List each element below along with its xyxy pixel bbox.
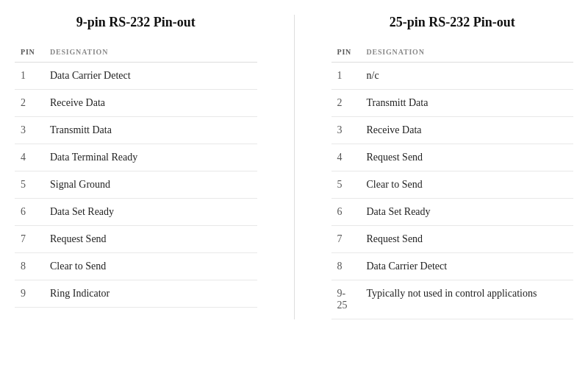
designation-cell: Transmitt Data (44, 117, 257, 144)
nine-pin-table: PIN DESIGNATION 1 Data Carrier Detect 2 … (15, 43, 257, 308)
table-row: 2 Transmitt Data (331, 90, 574, 117)
table-row: 4 Data Terminal Ready (15, 144, 257, 171)
twentyfive-pin-col-pin: PIN (331, 43, 361, 63)
pin-cell: 3 (331, 117, 361, 144)
table-row: 4 Request Send (331, 144, 574, 171)
twentyfive-pin-section: 25-pin RS-232 Pin-out PIN DESIGNATION 1 … (331, 15, 574, 319)
table-row: 3 Transmitt Data (15, 117, 257, 144)
table-row: 7 Request Send (15, 226, 257, 253)
table-row: 7 Request Send (331, 226, 574, 253)
twentyfive-pin-title: 25-pin RS-232 Pin-out (331, 15, 574, 30)
pin-cell: 4 (15, 144, 44, 171)
nine-pin-header-row: PIN DESIGNATION (15, 43, 257, 63)
table-row: 2 Receive Data (15, 90, 257, 117)
designation-cell: Data Set Ready (44, 199, 257, 226)
designation-cell: Data Carrier Detect (44, 63, 257, 90)
pin-cell: 9 (15, 280, 44, 308)
pin-cell: 5 (331, 171, 361, 199)
table-row: 6 Data Set Ready (331, 199, 574, 226)
nine-pin-col-designation: DESIGNATION (44, 43, 257, 63)
page-container: 9-pin RS-232 Pin-out PIN DESIGNATION 1 D… (15, 15, 573, 319)
designation-cell: Data Carrier Detect (361, 253, 574, 280)
designation-cell: Clear to Send (361, 171, 574, 199)
table-row: 9 Ring Indicator (15, 280, 257, 308)
table-row: 1 Data Carrier Detect (15, 63, 257, 90)
table-row: 1 n/c (331, 63, 574, 90)
pin-cell: 5 (15, 171, 44, 199)
pin-cell: 6 (331, 199, 361, 226)
table-row: 5 Signal Ground (15, 171, 257, 199)
designation-cell: Request Send (361, 226, 574, 253)
table-row: 6 Data Set Ready (15, 199, 257, 226)
pin-cell: 7 (331, 226, 361, 253)
vertical-divider (294, 15, 295, 319)
table-row: 5 Clear to Send (331, 171, 574, 199)
table-row: 3 Receive Data (331, 117, 574, 144)
designation-cell: Data Terminal Ready (44, 144, 257, 171)
designation-cell: Ring Indicator (44, 280, 257, 308)
designation-cell: n/c (361, 63, 574, 90)
pin-cell: 8 (15, 253, 44, 280)
pin-cell: 6 (15, 199, 44, 226)
designation-cell: Signal Ground (44, 171, 257, 199)
pin-cell: 1 (331, 63, 361, 90)
pin-cell: 9-25 (331, 280, 361, 319)
designation-cell: Clear to Send (44, 253, 257, 280)
designation-cell: Transmitt Data (361, 90, 574, 117)
nine-pin-section: 9-pin RS-232 Pin-out PIN DESIGNATION 1 D… (15, 15, 257, 319)
twentyfive-pin-col-designation: DESIGNATION (361, 43, 574, 63)
nine-pin-title: 9-pin RS-232 Pin-out (15, 15, 257, 30)
nine-pin-col-pin: PIN (15, 43, 44, 63)
twentyfive-pin-header-row: PIN DESIGNATION (331, 43, 574, 63)
pin-cell: 7 (15, 226, 44, 253)
designation-cell: Request Send (44, 226, 257, 253)
pin-cell: 8 (331, 253, 361, 280)
twentyfive-pin-tbody: 1 n/c 2 Transmitt Data 3 Receive Data 4 … (331, 63, 574, 319)
nine-pin-tbody: 1 Data Carrier Detect 2 Receive Data 3 T… (15, 63, 257, 308)
pin-cell: 2 (331, 90, 361, 117)
designation-cell: Receive Data (44, 90, 257, 117)
pin-cell: 1 (15, 63, 44, 90)
designation-cell: Data Set Ready (361, 199, 574, 226)
twentyfive-pin-table: PIN DESIGNATION 1 n/c 2 Transmitt Data 3… (331, 43, 574, 319)
pin-cell: 4 (331, 144, 361, 171)
table-row: 8 Clear to Send (15, 253, 257, 280)
designation-cell: Request Send (361, 144, 574, 171)
pin-cell: 3 (15, 117, 44, 144)
table-row: 8 Data Carrier Detect (331, 253, 574, 280)
pin-cell: 2 (15, 90, 44, 117)
designation-cell: Receive Data (361, 117, 574, 144)
table-row: 9-25 Typically not used in control appli… (331, 280, 574, 319)
designation-cell: Typically not used in control applicatio… (361, 280, 574, 319)
